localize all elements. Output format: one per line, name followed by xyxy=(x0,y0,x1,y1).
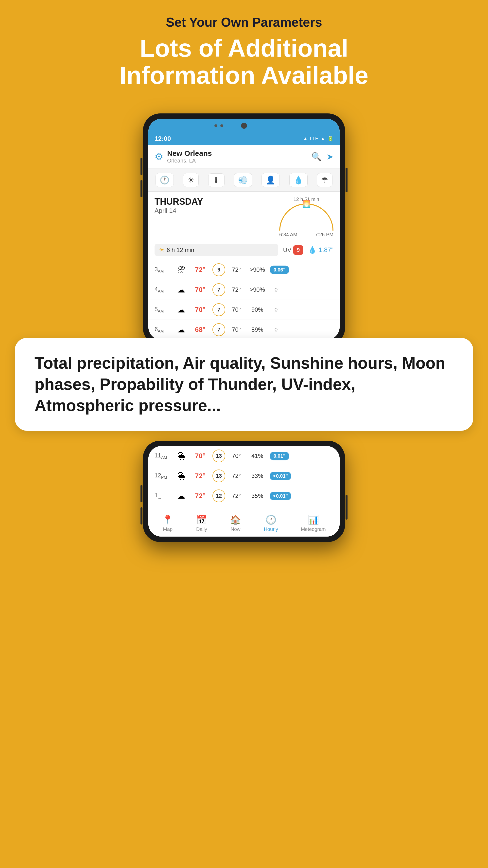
precip-12pm: <0.01" xyxy=(270,472,291,480)
phone-top-screen: 12:00 ▲ LTE ▲ 🔋 ⚙ New Orleans Orleans xyxy=(149,119,339,340)
location-sub: Orleans, LA xyxy=(167,158,212,164)
humid-11am: 41% xyxy=(248,453,267,459)
header-title: Lots of Additional Information Available xyxy=(120,34,368,89)
phone-bottom-container: 11AM 🌦 70° 13 70° 41% 0.01" 12PM 🌦 72° 1… xyxy=(143,431,345,542)
weather-icon-4am: ☁ xyxy=(174,285,188,294)
humid-5am: 90% xyxy=(248,306,267,313)
phone-bottom-screen: 11AM 🌦 70° 13 70° 41% 0.01" 12PM 🌦 72° 1… xyxy=(149,446,339,536)
day-date: April 14 xyxy=(155,207,203,215)
temp-12pm: 72° xyxy=(190,472,210,480)
nav-map-label: Map xyxy=(163,526,172,532)
rain-drop-icon: 💧 xyxy=(308,246,317,254)
hourly-icon: 🕐 xyxy=(265,515,276,525)
hour-5am: 5AM xyxy=(155,306,172,314)
uv-circle-12pm: 13 xyxy=(213,469,225,482)
uv-circle-11am: 13 xyxy=(213,450,225,462)
uv-circle-5am: 7 xyxy=(213,303,225,316)
nav-daily[interactable]: 📅 Daily xyxy=(196,515,207,532)
dew-12pm: 72° xyxy=(228,472,245,479)
volume-up-button[interactable] xyxy=(140,158,142,175)
uv-circle-3am: 9 xyxy=(213,264,225,276)
phone-notch-dots xyxy=(215,124,223,127)
nav-meteogram-label: Meteogram xyxy=(301,526,326,532)
precip-3am: 0.06" xyxy=(270,266,289,274)
nav-now[interactable]: 🏠 Now xyxy=(230,515,241,532)
dew-6am: 70° xyxy=(228,326,245,333)
humid-4am: >90% xyxy=(248,286,267,293)
header-subtitle: Set Your Own Parameters xyxy=(120,15,368,30)
hour-1pm: 1... xyxy=(155,492,172,500)
power-button-bottom[interactable] xyxy=(346,495,348,520)
app-header: ⚙ New Orleans Orleans, LA 🔍 ➤ xyxy=(149,145,339,169)
sunrise-time: 6:34 AM xyxy=(279,232,297,238)
sun-arc-container: 12 h 51 min 🌅 6:34 AM 7:26 PM xyxy=(279,196,333,238)
nav-hourly-label: Hourly xyxy=(264,526,278,532)
power-button[interactable] xyxy=(346,168,348,192)
map-icon: 📍 xyxy=(162,515,173,525)
volume-down-button[interactable] xyxy=(140,180,142,197)
icon-bar-umbrella[interactable]: ☂ xyxy=(317,173,332,187)
icon-bar-sun[interactable]: ☀ xyxy=(183,173,199,187)
phone-top-container: 12:00 ▲ LTE ▲ 🔋 ⚙ New Orleans Orleans xyxy=(143,114,345,345)
precip-4am: 0" xyxy=(270,286,285,293)
hour-3am: 3AM xyxy=(155,266,172,274)
icon-bar-drops[interactable]: 💧 xyxy=(289,173,307,187)
icon-bar-clock[interactable]: 🕐 xyxy=(156,173,174,187)
humid-12pm: 33% xyxy=(248,472,267,479)
nav-map[interactable]: 📍 Map xyxy=(162,515,173,532)
volume-up-button-bottom[interactable] xyxy=(140,485,142,502)
sunshine-icon: ☀ xyxy=(159,246,165,254)
icon-bar-person[interactable]: 👤 xyxy=(261,173,280,187)
weather-icon-12pm: 🌦 xyxy=(174,471,188,480)
hour-11am: 11AM xyxy=(155,452,172,460)
dew-3am: 72° xyxy=(228,266,245,273)
sunset-time: 7:26 PM xyxy=(315,232,333,238)
volume-down-button-bottom[interactable] xyxy=(140,507,142,525)
gear-icon[interactable]: ⚙ xyxy=(155,151,163,162)
icon-bar-thermometer[interactable]: 🌡 xyxy=(208,173,225,187)
status-time: 12:00 xyxy=(155,135,171,143)
temp-4am: 70° xyxy=(190,286,210,294)
header-title-line1: Lots of Additional xyxy=(140,34,348,62)
battery-icon: 🔋 xyxy=(327,135,333,142)
stats-row: ☀ 6 h 12 min UV 9 💧 1.87" xyxy=(149,241,339,260)
search-icon[interactable]: 🔍 xyxy=(311,152,322,161)
hourly-row-6am: 6AM ☁ 68° 7 70° 89% 0" xyxy=(149,320,339,340)
hourly-row-5am: 5AM ☁ 70° 7 70° 90% 0" xyxy=(149,300,339,320)
nav-meteogram[interactable]: 📊 Meteogram xyxy=(301,515,326,532)
temp-5am: 70° xyxy=(190,306,210,314)
precip-11am: 0.01" xyxy=(270,452,289,460)
page-wrapper: Set Your Own Parameters Lots of Addition… xyxy=(0,0,488,868)
sun-arc-icon: 🌅 xyxy=(302,200,311,208)
icon-bar: 🕐 ☀ 🌡 💨 👤 💧 ☂ xyxy=(149,169,339,192)
icon-bar-wind[interactable]: 💨 xyxy=(234,173,252,187)
hour-6am: 6AM xyxy=(155,326,172,334)
info-bubble: Total precipitation, Air quality, Sunshi… xyxy=(15,338,473,431)
location-info: New Orleans Orleans, LA xyxy=(167,149,212,164)
daily-icon: 📅 xyxy=(196,515,207,525)
phone-camera xyxy=(241,123,247,129)
temp-6am: 68° xyxy=(190,326,210,334)
wifi-icon: ▲ xyxy=(303,136,308,142)
status-icons: ▲ LTE ▲ 🔋 xyxy=(303,135,333,142)
app-header-right: 🔍 ➤ xyxy=(311,152,333,161)
nav-now-label: Now xyxy=(231,526,240,532)
hour-4am: 4AM xyxy=(155,286,172,294)
dew-1pm: 72° xyxy=(228,492,245,499)
weather-icon-5am: ☁ xyxy=(174,305,188,314)
uv-circle-4am: 7 xyxy=(213,283,225,296)
dew-11am: 70° xyxy=(228,453,245,459)
signal-icon: ▲ xyxy=(320,136,325,142)
weather-icon-3am: ⛈ xyxy=(174,265,188,275)
notch-dot-2 xyxy=(220,124,223,127)
now-icon: 🏠 xyxy=(230,515,241,525)
location-name: New Orleans xyxy=(167,149,212,158)
header-section: Set Your Own Parameters Lots of Addition… xyxy=(95,0,393,99)
hourly-rows-top: 3AM ⛈ 72° 9 72° >90% 0.06" 4AM ☁ 70° 7 xyxy=(149,260,339,340)
nav-hourly[interactable]: 🕐 Hourly xyxy=(264,515,278,532)
day-name: THURSDAY xyxy=(155,196,203,207)
meteogram-icon: 📊 xyxy=(308,515,319,525)
weather-icon-1pm: ☁ xyxy=(174,491,188,501)
hourly-row-12pm: 12PM 🌦 72° 13 72° 33% <0.01" xyxy=(149,466,339,486)
navigation-icon[interactable]: ➤ xyxy=(327,152,333,161)
